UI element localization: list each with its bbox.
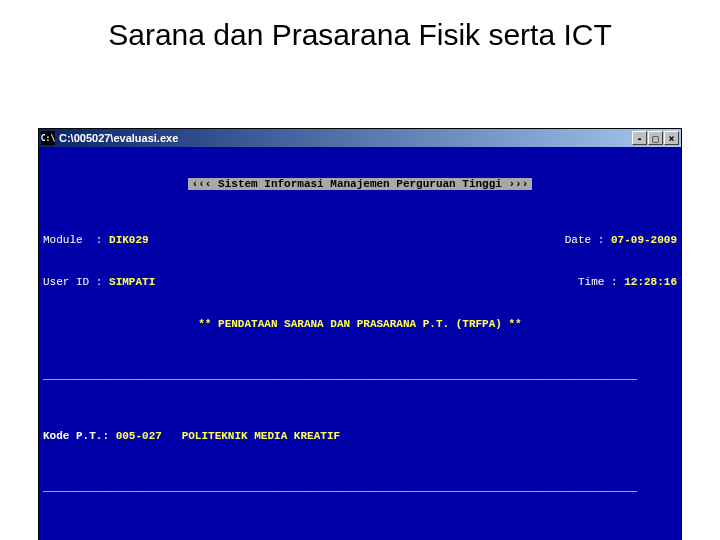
titlebar: C:\ C:\005027\evaluasi.exe - □ × — [39, 129, 681, 147]
divider: ────────────────────────────────────────… — [43, 373, 637, 387]
kode-pt-value: 005-027 — [116, 429, 162, 443]
module-label: Module : — [43, 233, 102, 247]
user-label: User ID : — [43, 275, 102, 289]
time-label: Time : — [578, 275, 618, 289]
maximize-button[interactable]: □ — [648, 131, 663, 145]
pt-name: POLITEKNIK MEDIA KREATIF — [182, 429, 340, 443]
divider: ────────────────────────────────────────… — [43, 485, 637, 499]
window-title: C:\005027\evaluasi.exe — [59, 132, 178, 144]
app-banner: ‹‹‹ Sistem Informasi Manajemen Perguruan… — [188, 178, 533, 190]
minimize-button[interactable]: - — [632, 131, 647, 145]
user-value: SIMPATI — [109, 275, 155, 289]
slide-title: Sarana dan Prasarana Fisik serta ICT — [0, 0, 720, 66]
cmd-icon: C:\ — [41, 131, 55, 145]
kode-pt-label: Kode P.T.: — [43, 429, 109, 443]
date-label: Date : — [565, 233, 605, 247]
time-value: 12:28:16 — [624, 275, 677, 289]
date-value: 07-09-2009 — [611, 233, 677, 247]
app-window: C:\ C:\005027\evaluasi.exe - □ × ‹‹‹ Sis… — [38, 128, 682, 540]
module-value: DIK029 — [109, 233, 149, 247]
terminal-screen: ‹‹‹ Sistem Informasi Manajemen Perguruan… — [39, 147, 681, 540]
close-button[interactable]: × — [664, 131, 679, 145]
screen-subtitle: ** PENDATAAN SARANA DAN PRASARANA P.T. (… — [43, 317, 677, 331]
